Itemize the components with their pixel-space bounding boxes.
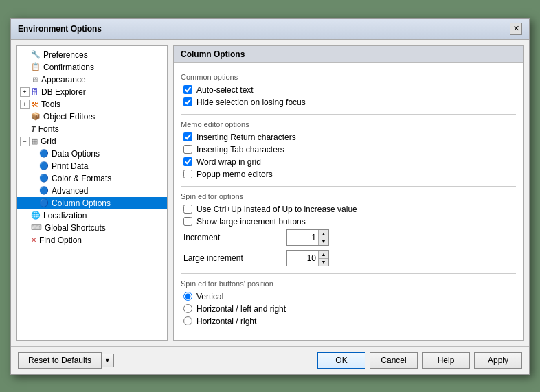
- large-increment-row: Large increment ▲ ▼: [181, 250, 516, 266]
- footer-left: Reset to Defaults ▼: [18, 352, 114, 369]
- sidebar-item-appearance[interactable]: 🖥 Appearance: [17, 73, 167, 86]
- object-editors-icon: 📦: [31, 112, 41, 121]
- localization-icon: 🌐: [31, 211, 41, 220]
- sidebar-item-label: Fonts: [38, 124, 59, 134]
- apply-button[interactable]: Apply: [474, 352, 522, 369]
- tools-icon: 🛠: [31, 100, 38, 108]
- sidebar-item-fonts[interactable]: T Fonts: [17, 123, 167, 135]
- insert-tab-label: Inserting Tab characters: [196, 145, 284, 154]
- divider-3: [181, 273, 516, 274]
- advanced-icon: 🔵: [39, 186, 49, 195]
- help-button[interactable]: Help: [422, 352, 470, 369]
- large-increment-control: ▲ ▼: [286, 250, 329, 266]
- sidebar-item-grid[interactable]: − ▦ Grid: [17, 135, 167, 148]
- vertical-radio[interactable]: [183, 292, 192, 301]
- print-data-icon: 🔵: [39, 161, 49, 170]
- increment-label: Increment: [183, 233, 286, 242]
- expand-icon[interactable]: +: [20, 100, 30, 109]
- sidebar-item-column-options[interactable]: 🔵 Column Options: [17, 197, 167, 209]
- sidebar-item-label: Color & Formats: [52, 174, 111, 183]
- increment-row: Increment ▲ ▼: [181, 229, 516, 246]
- large-buttons-checkbox[interactable]: [183, 217, 192, 226]
- dialog-title: Environment Options: [18, 24, 102, 34]
- content-header: Column Options: [174, 46, 523, 63]
- large-increment-input[interactable]: [287, 253, 318, 264]
- horizontal-r-label: Horizontal / right: [196, 316, 256, 326]
- sidebar-item-color-formats[interactable]: 🔵 Color & Formats: [17, 172, 167, 185]
- fonts-icon: T: [31, 125, 36, 133]
- increment-spin-buttons: ▲ ▼: [318, 230, 328, 245]
- close-button[interactable]: ✕: [510, 23, 522, 35]
- word-wrap-checkbox[interactable]: [183, 157, 192, 166]
- sidebar-item-advanced[interactable]: 🔵 Advanced: [17, 185, 167, 197]
- cancel-button[interactable]: Cancel: [370, 352, 418, 369]
- popup-memo-row: Popup memo editors: [181, 170, 516, 179]
- sidebar-item-find-option[interactable]: ✕ Find Option: [17, 234, 167, 246]
- sidebar-item-global-shortcuts[interactable]: ⌨ Global Shortcuts: [17, 222, 167, 234]
- vertical-label: Vertical: [196, 292, 223, 301]
- expand-icon[interactable]: +: [20, 87, 30, 97]
- sidebar-item-label: Advanced: [52, 186, 88, 196]
- spin-options-group: Spin editor options Use Ctrl+Up instead …: [181, 192, 516, 266]
- divider-1: [181, 114, 516, 115]
- popup-memo-checkbox[interactable]: [183, 170, 192, 178]
- hide-selection-label: Hide selection on losing focus: [196, 97, 306, 107]
- content-body: Common options Auto-select text Hide sel…: [174, 63, 523, 340]
- word-wrap-label: Word wrap in grid: [196, 157, 261, 167]
- title-bar: Environment Options ✕: [11, 19, 529, 40]
- common-options-group: Common options Auto-select text Hide sel…: [181, 73, 516, 107]
- divider-2: [181, 186, 516, 187]
- position-label: Spin editor buttons' position: [181, 279, 516, 288]
- insert-return-label: Inserting Return characters: [196, 132, 296, 142]
- hide-selection-checkbox[interactable]: [183, 97, 192, 106]
- large-increment-label: Large increment: [183, 253, 286, 263]
- sidebar-item-tools[interactable]: + 🛠 Tools: [17, 98, 167, 111]
- large-increment-down-btn[interactable]: ▼: [319, 258, 328, 266]
- sidebar-item-label: Data Options: [52, 149, 100, 159]
- expand-icon[interactable]: −: [20, 137, 30, 146]
- sidebar-item-localization[interactable]: 🌐 Localization: [17, 209, 167, 222]
- ctrl-up-checkbox[interactable]: [183, 205, 192, 214]
- vertical-row: Vertical: [181, 292, 516, 301]
- auto-select-checkbox[interactable]: [183, 85, 192, 94]
- sidebar-item-label: Appearance: [41, 75, 86, 84]
- sidebar-item-data-options[interactable]: 🔵 Data Options: [17, 148, 167, 160]
- horizontal-r-row: Horizontal / right: [181, 316, 516, 326]
- sidebar-item-object-editors[interactable]: 📦 Object Editors: [17, 111, 167, 123]
- horizontal-lr-radio[interactable]: [183, 304, 192, 313]
- horizontal-r-radio[interactable]: [183, 316, 192, 325]
- horizontal-lr-label: Horizontal / left and right: [196, 304, 286, 314]
- sidebar-item-print-data[interactable]: 🔵 Print Data: [17, 160, 167, 172]
- ok-button[interactable]: OK: [317, 352, 365, 369]
- spin-options-label: Spin editor options: [181, 192, 516, 200]
- environment-options-dialog: Environment Options ✕ 🔧 Preferences 📋 Co…: [10, 18, 530, 375]
- global-shortcuts-icon: ⌨: [31, 223, 42, 232]
- sidebar-item-db-explorer[interactable]: + 🗄 DB Explorer: [17, 86, 167, 98]
- reset-dropdown-button[interactable]: ▼: [102, 354, 114, 367]
- increment-down-btn[interactable]: ▼: [319, 238, 328, 245]
- auto-select-row: Auto-select text: [181, 85, 516, 95]
- color-formats-icon: 🔵: [39, 174, 49, 183]
- insert-tab-checkbox[interactable]: [183, 145, 192, 154]
- increment-up-btn[interactable]: ▲: [319, 230, 328, 238]
- insert-return-checkbox[interactable]: [183, 132, 192, 141]
- grid-icon: ▦: [31, 137, 38, 146]
- sidebar-item-label: Preferences: [43, 50, 88, 60]
- large-increment-up-btn[interactable]: ▲: [319, 251, 328, 258]
- hide-selection-row: Hide selection on losing focus: [181, 97, 516, 107]
- sidebar-item-label: Object Editors: [43, 112, 95, 122]
- memo-options-label: Memo editor options: [181, 120, 516, 128]
- dialog-body: 🔧 Preferences 📋 Confirmations 🖥 Appearan…: [11, 40, 529, 346]
- auto-select-label: Auto-select text: [196, 85, 254, 95]
- increment-input[interactable]: [287, 232, 318, 243]
- sidebar-item-label: Localization: [43, 211, 87, 220]
- insert-tab-row: Inserting Tab characters: [181, 145, 516, 154]
- reset-defaults-button[interactable]: Reset to Defaults: [18, 352, 102, 369]
- position-group: Spin editor buttons' position Vertical H…: [181, 279, 516, 326]
- tree-panel: 🔧 Preferences 📋 Confirmations 🖥 Appearan…: [16, 45, 168, 341]
- data-options-icon: 🔵: [39, 149, 49, 158]
- confirmations-icon: 📋: [31, 62, 41, 71]
- large-buttons-label: Show large increment buttons: [196, 217, 306, 227]
- sidebar-item-preferences[interactable]: 🔧 Preferences: [17, 49, 167, 61]
- sidebar-item-confirmations[interactable]: 📋 Confirmations: [17, 61, 167, 73]
